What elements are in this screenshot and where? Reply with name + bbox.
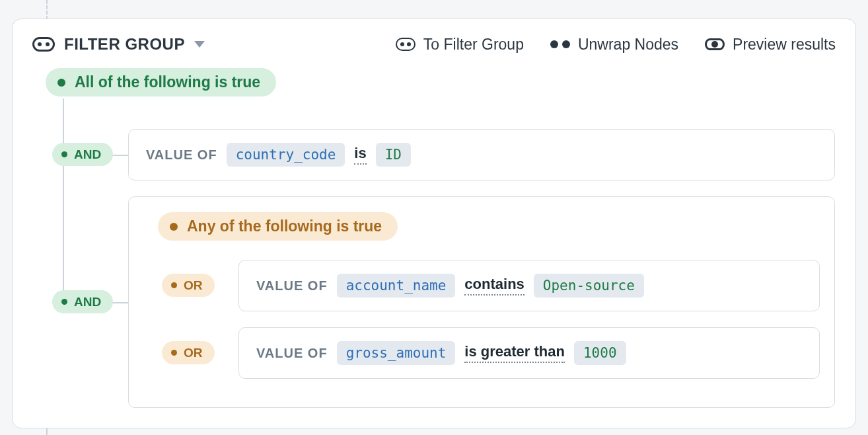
filter-group-icon [32, 37, 55, 52]
operator-chip[interactable]: is greater than [464, 343, 565, 363]
value-of-label: VALUE OF [256, 278, 328, 294]
card-header-left: FILTER GROUP [32, 35, 205, 54]
dot-icon [61, 151, 67, 157]
unwrap-nodes-label: Unwrap Nodes [578, 36, 678, 54]
card-title: FILTER GROUP [64, 35, 185, 54]
value-chip[interactable]: 1000 [574, 341, 626, 365]
to-filter-group-button[interactable]: To Filter Group [396, 36, 524, 54]
or-label: OR [184, 279, 203, 292]
dot-icon [170, 223, 178, 231]
dot-icon [171, 282, 177, 288]
filter-tree: All of the following is true AND VALUE O… [32, 68, 836, 412]
chevron-down-icon[interactable] [194, 41, 205, 48]
all-group-pill[interactable]: All of the following is true [46, 68, 276, 97]
any-group-label: Any of the following is true [187, 219, 382, 234]
value-of-label: VALUE OF [256, 346, 328, 361]
filter-group-icon [396, 38, 416, 51]
dot-icon [171, 350, 177, 356]
dot-icon [61, 299, 67, 305]
unwrap-nodes-button[interactable]: Unwrap Nodes [550, 36, 678, 54]
and-label: AND [74, 296, 101, 308]
condition-row[interactable]: VALUE OF gross_amount is greater than 10… [238, 327, 820, 379]
condition-row[interactable]: VALUE OF account_name contains Open-sour… [238, 260, 820, 311]
any-group-pill[interactable]: Any of the following is true [158, 212, 398, 241]
field-chip[interactable]: account_name [337, 274, 456, 297]
operator-chip[interactable]: contains [464, 276, 524, 296]
tree-connector-outer-bottom [46, 428, 48, 435]
value-of-label: VALUE OF [146, 147, 217, 163]
value-chip[interactable]: Open-source [534, 274, 644, 297]
condition-row[interactable]: VALUE OF country_code is ID [128, 129, 835, 180]
or-label: OR [184, 346, 203, 359]
eye-icon [705, 38, 725, 50]
and-connector-2[interactable]: AND [52, 290, 113, 313]
field-chip[interactable]: gross_amount [337, 341, 456, 365]
field-chip[interactable]: country_code [227, 143, 345, 167]
to-filter-group-label: To Filter Group [423, 36, 524, 54]
or-connector-1[interactable]: OR [162, 274, 215, 297]
all-group-label: All of the following is true [75, 75, 260, 90]
dot-icon [57, 79, 65, 87]
preview-results-button[interactable]: Preview results [705, 36, 836, 54]
and-connector-1[interactable]: AND [52, 143, 113, 166]
card-header-actions: To Filter Group Unwrap Nodes Preview res… [396, 36, 836, 54]
nodes-icon [550, 40, 570, 48]
tree-connector-outer-top [46, 0, 48, 20]
preview-results-label: Preview results [733, 36, 836, 54]
or-connector-2[interactable]: OR [162, 341, 215, 364]
and-label: AND [74, 148, 101, 161]
value-chip[interactable]: ID [376, 143, 411, 167]
operator-chip[interactable]: is [354, 145, 366, 165]
card-header: FILTER GROUP To Filter Group Unwrap Node… [32, 35, 836, 54]
tree-connector [63, 99, 64, 305]
filter-group-card: FILTER GROUP To Filter Group Unwrap Node… [12, 19, 856, 428]
